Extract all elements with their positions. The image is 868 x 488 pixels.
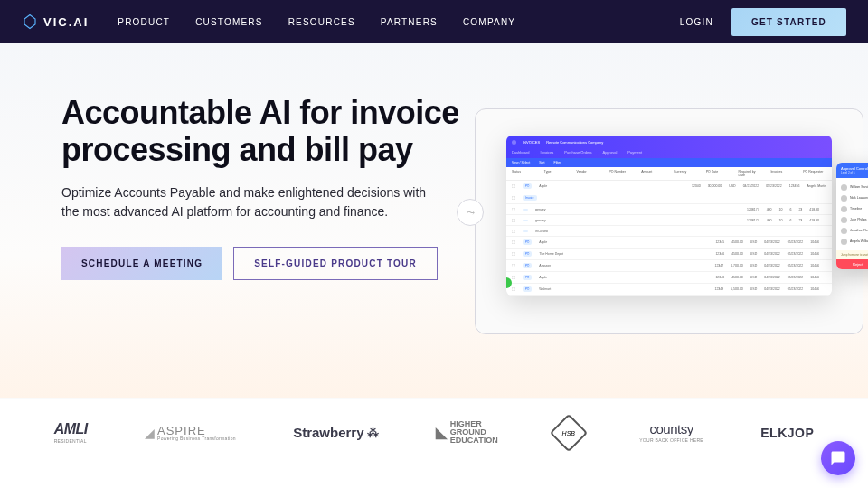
list-item: William Sanders bbox=[841, 182, 868, 192]
logo-text: countsy bbox=[650, 422, 693, 436]
approval-card: Approval Control Level 2 of 5 William Sa… bbox=[836, 163, 868, 269]
share-icon: ⤳ bbox=[457, 199, 484, 226]
nav-right: LOGIN GET STARTED bbox=[680, 8, 846, 36]
approval-card-title: Approval Control Level 2 of 5 bbox=[836, 163, 868, 178]
mock-app-label: INVOICES bbox=[523, 140, 540, 145]
mock-tab: Invoices bbox=[541, 150, 554, 155]
card-note: Jump from one to another in the app bbox=[836, 250, 868, 259]
list-item: Nick Lawson bbox=[841, 192, 868, 203]
card-subtitle: Level 2 of 5 bbox=[841, 171, 868, 174]
mock-tabs: Dashboard Invoices Purchase Orders Appro… bbox=[506, 148, 832, 158]
mock-filter: View / Select bbox=[512, 161, 530, 164]
logo-text: Strawberry bbox=[293, 425, 363, 440]
mock-table-header: Status Type Vendor PO Number Amount Curr… bbox=[506, 167, 832, 181]
chat-widget-button[interactable] bbox=[821, 441, 855, 475]
hero-copy: Accountable AI for invoice processing an… bbox=[61, 94, 459, 398]
mock-app-window: INVOICES Remote Communications Company D… bbox=[506, 136, 832, 296]
mock-filters: View / Select Sort Filter bbox=[506, 158, 832, 167]
nav-company[interactable]: COMPANY bbox=[463, 17, 515, 27]
table-row: ⬚POApple123484500.00USD04/23/202205/23/2… bbox=[506, 272, 832, 284]
list-item: Julie Philips bbox=[841, 214, 868, 225]
hero-subtitle: Optimize Accounts Payable and make enlig… bbox=[61, 183, 441, 221]
logo-elkjop: ELKJOP bbox=[760, 426, 814, 440]
mountain-icon: ◣ bbox=[436, 426, 447, 440]
logo-higher-ground: ◣ HIGHER GROUND EDUCATION bbox=[436, 420, 498, 445]
mock-col: Currency bbox=[674, 170, 697, 177]
table-row: ⬚POApple123454500.00USD04/23/202205/23/2… bbox=[506, 237, 832, 249]
list-item: Timeline bbox=[841, 203, 868, 214]
mock-tab: Dashboard bbox=[512, 150, 530, 155]
table-row: ⬚POWalmart123495,500.00USD04/23/202205/2… bbox=[506, 284, 832, 296]
product-screenshot: ⤳ ➤ INVOICES Remote Communications Compa… bbox=[506, 136, 868, 296]
mock-col: Invoices bbox=[770, 170, 794, 177]
table-row: ⬚POAmazon123476,700.00USD04/23/202205/23… bbox=[506, 260, 832, 272]
logo-strawberry: Strawberry ⁂ bbox=[293, 425, 378, 440]
chat-icon bbox=[830, 450, 846, 466]
logo-text: ASPIRE bbox=[157, 425, 236, 436]
approval-card-footer: Reject Approve bbox=[836, 259, 868, 269]
table-row: ⬚genuey120817740010623418.80 bbox=[506, 204, 832, 215]
mock-company: Remote Communications Company bbox=[546, 140, 603, 145]
mock-col: Required by Date bbox=[739, 170, 762, 177]
berry-icon: ⁂ bbox=[367, 426, 379, 439]
logo-text: AMLI bbox=[54, 422, 88, 436]
logo-aspire: ◢ ASPIRE Powering Business Transformatio… bbox=[145, 425, 236, 441]
hero-buttons: SCHEDULE A MEETING SELF-GUIDED PRODUCT T… bbox=[61, 247, 459, 280]
nav-partners[interactable]: PARTNERS bbox=[381, 17, 438, 27]
main-nav: PRODUCT CUSTOMERS RESOURCES PARTNERS COM… bbox=[118, 17, 515, 27]
nav-resources[interactable]: RESOURCES bbox=[288, 17, 355, 27]
hero-title: Accountable AI for invoice processing an… bbox=[61, 94, 459, 169]
mock-table-body: ⬚POApple1234030,000.00USD04/23/202205/23… bbox=[506, 181, 832, 296]
mock-col: PO Requester bbox=[803, 170, 826, 177]
mock-filter: Sort bbox=[539, 161, 544, 164]
menu-icon bbox=[512, 140, 516, 145]
mock-col: Amount bbox=[641, 170, 665, 177]
table-row: ⬚InClosed bbox=[506, 226, 832, 237]
table-row: ⬚POThe Home Depot123464500.00USD04/23/20… bbox=[506, 249, 832, 260]
logo-hsb: HSB bbox=[550, 413, 588, 451]
triangle-icon: ◢ bbox=[145, 426, 156, 440]
table-row: ⬚genuey120817740010623418.80 bbox=[506, 215, 832, 226]
list-item: Angela Williams bbox=[841, 236, 868, 247]
brand-text: VIC.AI bbox=[43, 15, 89, 29]
mock-col: Type bbox=[544, 170, 568, 177]
mock-col: Status bbox=[512, 170, 535, 177]
mock-filter: Filter bbox=[554, 161, 561, 164]
mock-tab: Approval bbox=[603, 150, 618, 155]
table-row: ⬚POApple1234030,000.00USD04/23/202205/23… bbox=[506, 181, 832, 192]
get-started-button[interactable]: GET STARTED bbox=[731, 8, 846, 36]
logo-countsy: countsy YOUR BACK OFFICE HERE bbox=[639, 422, 703, 443]
mock-tab: Payment bbox=[627, 150, 642, 155]
customer-logos: AMLI RESIDENTIAL ◢ ASPIRE Powering Busin… bbox=[0, 398, 868, 466]
logo-amli: AMLI RESIDENTIAL bbox=[54, 422, 88, 444]
top-nav: VIC.AI PRODUCT CUSTOMERS RESOURCES PARTN… bbox=[0, 0, 868, 43]
hero-section: Accountable AI for invoice processing an… bbox=[0, 43, 868, 398]
nav-product[interactable]: PRODUCT bbox=[118, 17, 170, 27]
table-row: ⬚Invoice bbox=[506, 192, 832, 204]
schedule-meeting-button[interactable]: SCHEDULE A MEETING bbox=[61, 247, 222, 280]
logo-subtext: RESIDENTIAL bbox=[54, 439, 87, 444]
list-item: Jonathan Reed bbox=[841, 225, 868, 236]
brand-logo-icon bbox=[22, 14, 38, 30]
mock-col: PO Date bbox=[706, 170, 730, 177]
mock-col: Vendor bbox=[577, 170, 600, 177]
logo-subtext: Powering Business Transformation bbox=[157, 436, 236, 441]
mock-tab: Purchase Orders bbox=[564, 150, 591, 155]
mock-titlebar: INVOICES Remote Communications Company bbox=[506, 136, 832, 148]
nav-customers[interactable]: CUSTOMERS bbox=[195, 17, 263, 27]
logo-text: EDUCATION bbox=[450, 436, 498, 445]
brand-logo[interactable]: VIC.AI bbox=[22, 14, 89, 30]
login-link[interactable]: LOGIN bbox=[680, 17, 713, 27]
nav-left: VIC.AI PRODUCT CUSTOMERS RESOURCES PARTN… bbox=[22, 14, 515, 30]
reject-button: Reject bbox=[836, 259, 868, 269]
mock-col: PO Number bbox=[609, 170, 632, 177]
approval-people-list: William SandersNick LawsonTimelineJulie … bbox=[836, 178, 868, 250]
logo-text: HSB bbox=[562, 429, 575, 436]
product-tour-button[interactable]: SELF-GUIDED PRODUCT TOUR bbox=[233, 247, 438, 280]
logo-subtext: YOUR BACK OFFICE HERE bbox=[639, 438, 703, 443]
